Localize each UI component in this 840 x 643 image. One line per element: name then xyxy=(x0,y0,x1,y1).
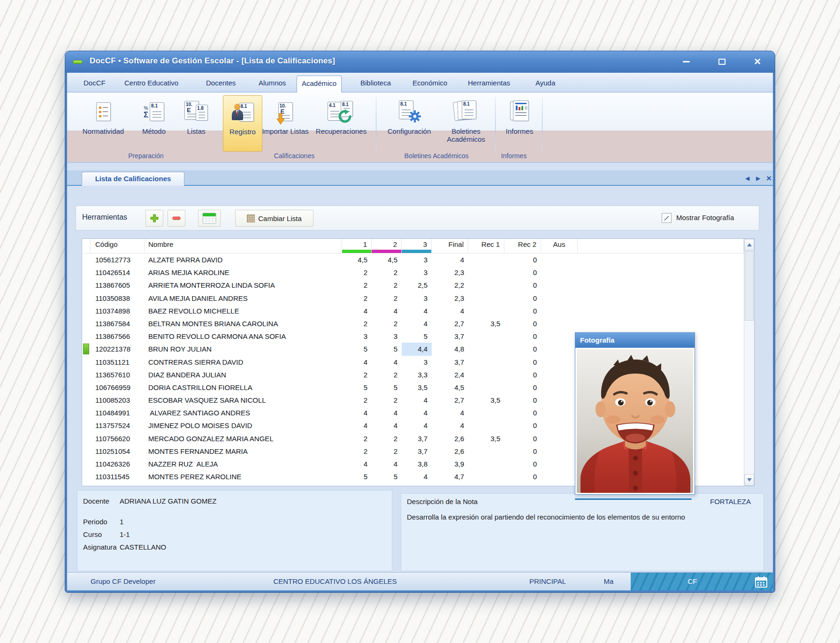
cell-final[interactable]: 2,6 xyxy=(432,445,468,458)
cell-rec1[interactable] xyxy=(468,356,504,368)
cell-code[interactable]: 110426514 xyxy=(91,266,145,279)
cell-code[interactable]: 110484991 xyxy=(91,406,145,419)
cell-aus[interactable] xyxy=(541,279,578,291)
cell-p3[interactable]: 5 xyxy=(402,330,432,343)
cell-p1[interactable]: 2 xyxy=(342,317,372,330)
cell-aus[interactable] xyxy=(541,356,578,368)
cell-p3[interactable]: 3,7 xyxy=(402,445,432,458)
cell-rec2[interactable]: 0 xyxy=(504,445,541,458)
cell-p2[interactable]: 2 xyxy=(372,266,402,279)
cell-rec1[interactable] xyxy=(468,292,504,305)
cell-rec1[interactable] xyxy=(468,343,504,355)
cell-p2[interactable]: 4 xyxy=(372,356,402,368)
cell-p3[interactable]: 3,8 xyxy=(402,458,432,470)
cell-p1[interactable]: 4 xyxy=(342,419,372,432)
cell-p2[interactable]: 2 xyxy=(372,445,402,458)
minimize-button[interactable] xyxy=(680,55,692,68)
cell-final[interactable]: 2,7 xyxy=(432,394,468,406)
cell-code[interactable]: 110756620 xyxy=(91,432,145,445)
cell-p3[interactable]: 4 xyxy=(402,470,432,483)
menu-doccf[interactable]: DocCF xyxy=(79,77,110,90)
cell-final[interactable]: 2,2 xyxy=(432,279,468,291)
cell-name[interactable]: DORIA CASTRILLON FIORELLA xyxy=(145,381,342,394)
tab-scroll-right-icon[interactable]: ▶ xyxy=(756,170,760,186)
cell-code[interactable]: 110374898 xyxy=(91,305,145,317)
cell-rec2[interactable]: 0 xyxy=(504,381,541,394)
menu-ayuda[interactable]: Ayuda xyxy=(531,77,560,90)
cell-p3[interactable]: 3,3 xyxy=(402,368,432,381)
ribbon-button-listas[interactable]: 10.E 1.8 Listas xyxy=(167,95,225,152)
cell-aus[interactable] xyxy=(541,343,578,355)
header-periodo-1[interactable]: 1 xyxy=(342,239,372,253)
table-row[interactable]: 110374898BAEZ REVOLLO MICHELLE44440 xyxy=(82,305,744,317)
cell-rec2[interactable]: 0 xyxy=(504,292,541,305)
cell-rec2[interactable]: 0 xyxy=(504,305,541,317)
header-final[interactable]: Final xyxy=(432,239,468,253)
menu-biblioteca[interactable]: Biblioteca xyxy=(356,77,396,90)
header-nombre[interactable]: Nombre xyxy=(145,239,342,253)
cell-p2[interactable]: 2 xyxy=(372,279,402,291)
menu-academico[interactable]: Académico xyxy=(297,76,342,92)
cell-p2[interactable]: 4 xyxy=(372,406,402,419)
table-row[interactable]: 110350838AVILA MEJIA DANIEL ANDRES2232,3… xyxy=(82,292,744,305)
cell-p2[interactable]: 4 xyxy=(372,305,402,317)
cell-final[interactable]: 3,7 xyxy=(432,330,468,343)
table-row[interactable]: 110426514ARIAS MEJIA KAROLINE2232,30 xyxy=(82,266,744,279)
cell-aus[interactable] xyxy=(541,419,578,432)
vertical-scrollbar[interactable] xyxy=(744,239,754,486)
cell-rec1[interactable] xyxy=(468,419,504,432)
cell-p3[interactable]: 2,5 xyxy=(402,279,432,291)
add-row-button[interactable] xyxy=(145,210,163,227)
cell-rec1[interactable] xyxy=(468,305,504,317)
cell-final[interactable]: 2,3 xyxy=(432,266,468,279)
cell-p1[interactable]: 2 xyxy=(342,292,372,305)
header-aus[interactable]: Aus xyxy=(541,239,578,253)
header-codigo[interactable]: Código xyxy=(91,239,145,253)
cell-final[interactable]: 4,8 xyxy=(432,343,468,355)
cell-name[interactable]: JIMENEZ POLO MOISES DAVID xyxy=(145,419,342,432)
table-row[interactable]: 113867605ARRIETA MONTERROZA LINDA SOFIA2… xyxy=(82,279,744,291)
menu-alumnos[interactable]: Alumnos xyxy=(254,77,290,90)
cell-rec1[interactable]: 3,5 xyxy=(468,317,504,330)
cell-code[interactable]: 113757524 xyxy=(91,419,145,432)
ribbon-button-configuracion[interactable]: 8.1 Configuración xyxy=(380,95,438,152)
cell-aus[interactable] xyxy=(541,470,578,483)
cell-p2[interactable]: 2 xyxy=(372,432,402,445)
cell-name[interactable]: BELTRAN MONTES BRIANA CAROLINA xyxy=(145,317,342,330)
cell-rec2[interactable]: 0 xyxy=(504,419,541,432)
cambiar-lista-button[interactable]: Cambiar Lista xyxy=(235,210,313,227)
cell-p2[interactable]: 5 xyxy=(372,470,402,483)
tab-close-icon[interactable]: × xyxy=(766,170,771,186)
cell-code[interactable]: 110251054 xyxy=(91,445,145,458)
cell-p2[interactable]: 2 xyxy=(372,394,402,406)
header-rec2[interactable]: Rec 2 xyxy=(504,239,541,253)
cell-aus[interactable] xyxy=(541,266,578,279)
cell-code[interactable]: 110351121 xyxy=(91,356,145,368)
cell-rec1[interactable] xyxy=(468,253,504,266)
cell-aus[interactable] xyxy=(541,368,578,381)
cell-final[interactable]: 4 xyxy=(432,253,468,266)
cell-rec1[interactable] xyxy=(468,470,504,483)
cell-name[interactable]: MERCADO GONZALEZ MARIA ANGEL xyxy=(145,432,342,445)
cell-final[interactable]: 4 xyxy=(432,419,468,432)
scroll-down-button[interactable] xyxy=(744,474,754,486)
status-calendar-icon[interactable] xyxy=(755,576,767,588)
cell-rec1[interactable] xyxy=(468,279,504,291)
cell-rec2[interactable]: 0 xyxy=(504,317,541,330)
cell-p2[interactable]: 2 xyxy=(372,317,402,330)
cell-aus[interactable] xyxy=(541,458,578,470)
cell-final[interactable]: 2,4 xyxy=(432,368,468,381)
cell-rec2[interactable]: 0 xyxy=(504,266,541,279)
cell-name[interactable]: ESCOBAR VASQUEZ SARA NICOLL xyxy=(145,394,342,406)
cell-p3[interactable]: 4 xyxy=(402,317,432,330)
cell-code[interactable]: 110350838 xyxy=(91,292,145,305)
ribbon-button-recuperaciones[interactable]: 4.1 8.1 Recuperaciones xyxy=(312,95,370,152)
cell-p1[interactable]: 4 xyxy=(342,406,372,419)
header-rec1[interactable]: Rec 1 xyxy=(468,239,504,253)
ribbon-button-boletines[interactable]: 8.1 Boletines Académicos xyxy=(437,95,495,152)
cell-final[interactable]: 4,7 xyxy=(432,470,468,483)
menu-docentes[interactable]: Docentes xyxy=(201,77,240,90)
cell-final[interactable]: 2,7 xyxy=(432,317,468,330)
cell-p2[interactable]: 5 xyxy=(372,381,402,394)
cell-aus[interactable] xyxy=(541,253,578,266)
